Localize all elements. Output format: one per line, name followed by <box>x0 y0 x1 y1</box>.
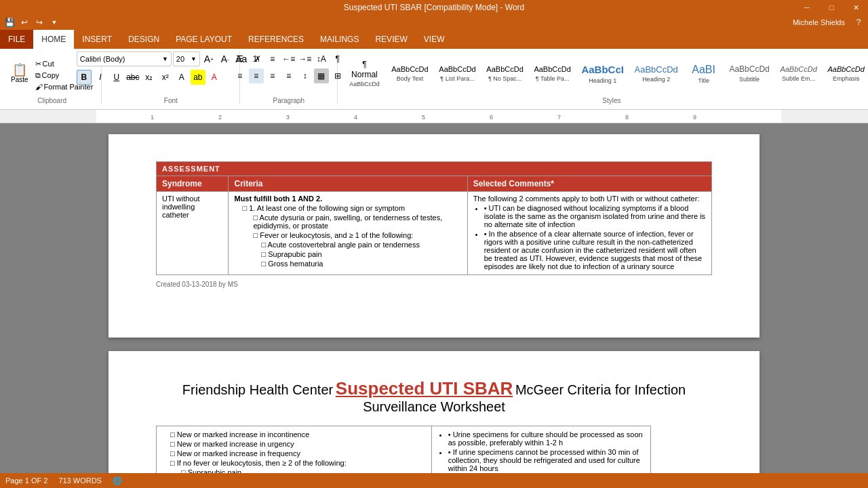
font-size-value: 20 <box>176 55 184 63</box>
highlight-button[interactable]: ab <box>191 70 205 85</box>
page-2[interactable]: Friendship Health Center Suspected UTI S… <box>108 351 760 473</box>
style-heading1[interactable]: AaBbCcI Heading 1 <box>577 55 629 93</box>
style-emphasis[interactable]: AaBbCcDd Emphasis <box>823 55 868 93</box>
syndrome-cell: UTI without indwelling catheter <box>157 192 229 275</box>
page-1[interactable]: ASSESSMENT Syndrome Criteria Selected Co… <box>108 134 760 338</box>
decrease-font-button[interactable]: A- <box>218 52 233 66</box>
style-table-pa[interactable]: AaBbCcDd ¶ Table Pa... <box>530 55 576 93</box>
numbering-button[interactable]: 1. <box>249 52 264 66</box>
ruler-mark-8: 8 <box>625 114 629 121</box>
style-subtle-em[interactable]: AaBbCcDd Subtle Em... <box>776 55 822 93</box>
word-count: 713 WORDS <box>58 476 102 485</box>
restore-button[interactable]: □ <box>819 0 844 15</box>
font-color-button[interactable]: A <box>207 70 222 85</box>
paste-button[interactable]: 📋 Paste <box>8 62 31 85</box>
title-plain1: Friendship Health Center <box>182 382 333 397</box>
criteria-item-1b2: Suprapubic pain <box>242 250 461 258</box>
save-button[interactable]: 💾 <box>3 16 16 29</box>
bullets-button[interactable]: ☰ <box>233 52 248 66</box>
styles-label: Styles <box>602 96 620 104</box>
sort-button[interactable]: ↕A <box>314 52 329 66</box>
criteria-item-1b3: Gross hematuria <box>242 260 461 268</box>
paragraph-group: ☰ 1. ≡ ←≡ →≡ ↕A ¶ ≡ ≡ ≡ ≡ ↕ ▦ ⊞ Paragrap… <box>243 52 338 104</box>
increase-indent-button[interactable]: →≡ <box>298 52 313 66</box>
list-item: New or marked increase in incontinence <box>170 430 426 439</box>
font-label: Font <box>164 96 178 104</box>
criteria-item-1b: Fever or leukocytosis, and ≥ 1 of the fo… <box>242 231 461 239</box>
minimize-button[interactable]: ─ <box>795 0 819 15</box>
tab-references[interactable]: REFERENCES <box>240 30 312 49</box>
style-list-para[interactable]: AaBbCcDd ¶ List Para... <box>435 55 481 93</box>
table-row-1: UTI without indwelling catheter Must ful… <box>157 192 712 275</box>
assessment-title: ASSESSMENT <box>157 162 712 176</box>
list-item: New or marked increase in urgency <box>170 440 426 448</box>
undo-button[interactable]: ↩ <box>18 16 31 29</box>
help-button[interactable]: ? <box>852 16 865 29</box>
created-line: Created 03-13-2018 by MS <box>156 281 712 288</box>
tab-mailings[interactable]: MAILINGS <box>312 30 367 49</box>
style-title[interactable]: AaBI Title <box>684 55 724 93</box>
multilevel-button[interactable]: ≡ <box>265 52 280 66</box>
quick-access-toolbar: 💾 ↩ ↪ ▼ Michele Shields ? <box>0 15 868 30</box>
superscript-button[interactable]: x² <box>158 70 173 85</box>
underline-button[interactable]: U <box>109 70 124 85</box>
page2-row-main: New or marked increase in incontinence N… <box>157 426 712 474</box>
style-no-space[interactable]: AaBbCcDd ¶ No Spac... <box>482 55 528 93</box>
ruler-mark-4: 4 <box>354 114 357 121</box>
strikethrough-button[interactable]: abc <box>125 70 140 85</box>
font-dropdown-icon[interactable]: ▼ <box>162 56 168 62</box>
language: 🌐 <box>113 476 122 485</box>
tab-page-layout[interactable]: PAGE LAYOUT <box>167 30 240 49</box>
more-button[interactable]: ▼ <box>47 16 61 29</box>
ribbon-tabs: FILE HOME INSERT DESIGN PAGE LAYOUT REFE… <box>0 30 868 49</box>
tab-view[interactable]: VIEW <box>416 30 453 49</box>
document-area[interactable]: ASSESSMENT Syndrome Criteria Selected Co… <box>0 123 868 473</box>
font-size-input[interactable]: 20 ▼ <box>173 52 200 66</box>
style-subtitle[interactable]: AaBbCcDd Subtitle <box>725 55 774 93</box>
line-spacing-button[interactable]: ↕ <box>298 68 313 83</box>
assessment-table: ASSESSMENT Syndrome Criteria Selected Co… <box>156 161 712 275</box>
align-left-button[interactable]: ≡ <box>233 68 248 83</box>
close-button[interactable]: ✕ <box>844 0 868 15</box>
list-item: New or marked increase in frequency <box>170 449 426 458</box>
col-comments: Selected Comments* <box>467 176 711 192</box>
paragraph-label: Paragraph <box>273 96 304 104</box>
tab-design[interactable]: DESIGN <box>120 30 167 49</box>
format-painter-icon: 🖌 <box>35 83 43 91</box>
shading-button[interactable]: ▦ <box>314 68 329 83</box>
comment-item: If urine specimens cannot be processed w… <box>448 448 645 472</box>
tab-home[interactable]: HOME <box>33 30 74 49</box>
col-criteria: Criteria <box>229 176 467 192</box>
cut-icon: ✂ <box>35 60 41 68</box>
style-body-text[interactable]: AaBbCcDd Body Text <box>387 55 433 93</box>
font-name-input[interactable]: Calibri (Body) ▼ <box>77 52 172 66</box>
style-heading2[interactable]: AaBbCcDd Heading 2 <box>630 55 683 93</box>
subscript-button[interactable]: x₂ <box>142 70 157 85</box>
page2-criteria-cell: New or marked increase in incontinence N… <box>157 426 432 474</box>
tab-file[interactable]: FILE <box>0 30 33 49</box>
justify-button[interactable]: ≡ <box>281 68 296 83</box>
ruler-content: 1 2 3 4 5 6 7 8 9 <box>96 110 781 123</box>
style-normal[interactable]: ¶ Normal AaBbCcDd <box>343 55 385 93</box>
decrease-indent-button[interactable]: ←≡ <box>281 52 296 66</box>
align-right-button[interactable]: ≡ <box>265 68 280 83</box>
text-effects-button[interactable]: A <box>174 70 189 85</box>
copy-label: Copy <box>42 71 60 79</box>
redo-button[interactable]: ↪ <box>33 16 46 29</box>
page2-comments-cell: Urine specimens for culture should be pr… <box>431 426 650 474</box>
size-dropdown-icon[interactable]: ▼ <box>191 56 197 62</box>
tab-review[interactable]: REVIEW <box>367 30 415 49</box>
paste-icon: 📋 <box>12 64 27 76</box>
comment-2: In the absence of a clear alternate sour… <box>484 230 706 270</box>
title-text: Suspected UTI SBAR [Compatibility Mode] … <box>344 3 525 12</box>
increase-font-button[interactable]: A+ <box>201 52 216 66</box>
align-center-button[interactable]: ≡ <box>249 68 264 83</box>
bold-button[interactable]: B <box>77 70 92 85</box>
page2-table: New or marked increase in incontinence N… <box>156 426 712 473</box>
comments-cell: The following 2 comments apply to both U… <box>467 192 711 275</box>
copy-icon: ⧉ <box>35 71 41 80</box>
italic-button[interactable]: I <box>93 70 108 85</box>
status-bar: Page 1 OF 2 713 WORDS 🌐 <box>0 473 868 488</box>
ruler-mark-7: 7 <box>557 114 561 121</box>
tab-insert[interactable]: INSERT <box>74 30 120 49</box>
